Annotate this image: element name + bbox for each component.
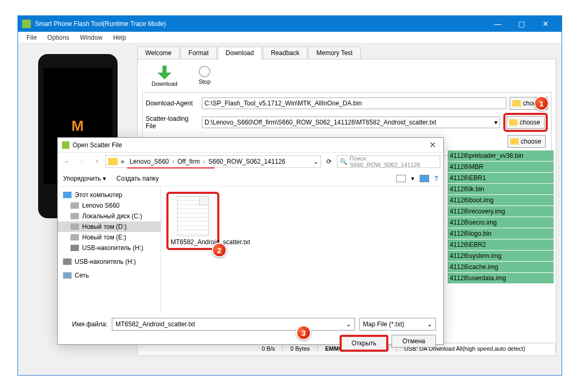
table-row[interactable]: 41126\EBR1 — [448, 173, 554, 184]
auth-choose-button[interactable]: choose — [508, 135, 546, 148]
tree-d-drive[interactable]: Новый том (D:) — [58, 221, 161, 232]
dialog-title: Open Scatter File — [73, 141, 122, 149]
view-options-button[interactable] — [396, 175, 406, 182]
network-icon — [63, 272, 72, 279]
highlight-1: choose — [503, 113, 548, 132]
window-title: Smart Phone Flash Tool(Runtime Trace Mod… — [35, 20, 166, 28]
table-row[interactable]: 41126\logo.bin — [448, 228, 554, 239]
table-row[interactable]: 41126\boot.img — [448, 195, 554, 206]
folder-tree: Этот компьютер Lenovo S660 Локальный дис… — [58, 186, 161, 313]
preview-pane-button[interactable] — [420, 175, 429, 182]
dialog-close-button[interactable]: ✕ — [426, 140, 439, 150]
dialog-icon — [62, 141, 69, 149]
download-button[interactable]: Download — [152, 66, 177, 87]
folder-icon — [510, 138, 519, 145]
tab-welcome[interactable]: Welcome — [137, 47, 180, 59]
titlebar: Smart Phone Flash Tool(Runtime Trace Mod… — [18, 16, 562, 32]
nav-back-button[interactable]: ← — [61, 155, 74, 168]
table-row[interactable]: 41126\userdata.img — [448, 273, 554, 284]
badge-3: 3 — [296, 325, 311, 340]
table-row[interactable]: 41126\lk.bin — [448, 184, 554, 195]
stop-button[interactable]: Stop — [199, 66, 211, 87]
tree-e-drive[interactable]: Новый том (E:) — [58, 232, 161, 243]
tab-format[interactable]: Format — [181, 47, 217, 59]
chevron-down-icon[interactable]: ▾ — [411, 175, 414, 182]
menu-help[interactable]: Help — [108, 33, 131, 42]
text-file-icon — [177, 196, 209, 236]
minimize-button[interactable]: — — [486, 16, 510, 32]
breadcrumb-seg-1[interactable]: Lenovo_S660 — [128, 158, 171, 165]
scatter-choose-button[interactable]: choose — [506, 116, 545, 129]
cancel-button[interactable]: Отмена — [392, 335, 436, 348]
organize-menu[interactable]: Упорядочить ▾ — [63, 175, 106, 182]
search-input[interactable]: 🔍 Поиск: S660_ROW_S062_141126 — [337, 155, 440, 168]
drive-icon — [70, 234, 79, 240]
table-row[interactable]: 41126\system.img — [448, 251, 554, 262]
close-button[interactable]: ✕ — [533, 16, 557, 32]
open-button[interactable]: Открыть — [340, 335, 388, 352]
app-icon — [22, 20, 31, 28]
menu-window[interactable]: Window — [75, 33, 108, 42]
file-item-scatter[interactable]: MT6582_Android_scatter.txt — [166, 192, 219, 250]
help-button[interactable]: ? — [434, 175, 438, 182]
scatter-label: Scatter-loading File — [146, 115, 199, 130]
breadcrumb[interactable]: « Lenovo_S660 › Off_firm › S660_ROW_S062… — [105, 155, 321, 168]
menu-options[interactable]: Options — [42, 33, 74, 42]
tab-readback[interactable]: Readback — [263, 47, 307, 59]
download-icon — [157, 66, 171, 79]
table-row[interactable]: 41126\MBR — [448, 162, 554, 173]
folder-icon — [512, 100, 521, 106]
dialog-toolbar: Упорядочить ▾ Создать папку ▾ ? — [58, 171, 443, 186]
filename-label: Имя файла: — [65, 320, 108, 328]
drive-icon — [70, 202, 79, 209]
nav-up-button[interactable]: ↑ — [91, 155, 103, 168]
da-input[interactable]: C:\SP_Flash_Tool_v5.1712_Win\MTK_AllInOn… — [202, 97, 506, 109]
table-row[interactable]: 41126\EBR2 — [448, 239, 554, 251]
highlight-underline — [127, 167, 215, 168]
tree-usb-1[interactable]: USB-накопитель (H:) — [58, 243, 161, 253]
filename-input[interactable]: MT6582_Android_scatter.txt⌄ — [112, 318, 355, 331]
tab-download[interactable]: Download — [218, 47, 262, 59]
table-row[interactable]: 41126\recovery.img — [448, 206, 554, 217]
nav-forward-button[interactable]: → — [76, 155, 88, 168]
filetype-select[interactable]: Map File (*.txt)⌄ — [359, 318, 436, 331]
dialog-navbar: ← → ↑ « Lenovo_S660 › Off_firm › S660_RO… — [58, 153, 443, 171]
dialog-titlebar: Open Scatter File ✕ — [58, 138, 443, 153]
da-label: Download-Agent — [146, 100, 199, 107]
maximize-button[interactable]: ▢ — [510, 16, 533, 32]
tree-this-pc[interactable]: Этот компьютер — [58, 190, 161, 200]
badge-2: 2 — [212, 243, 227, 257]
scatter-input[interactable]: D:\Lenovo_S660\Off_firm\S660_ROW_S062_14… — [202, 117, 500, 128]
tab-memory-test[interactable]: Memory Test — [308, 47, 360, 59]
table-row[interactable]: 41126\secro.img — [448, 217, 554, 228]
usb-icon — [63, 259, 72, 265]
table-row[interactable]: 41126\preloader_vv38.bin — [448, 150, 554, 162]
breadcrumb-seg-3[interactable]: S660_ROW_S062_141126 — [206, 158, 287, 165]
tree-lenovo[interactable]: Lenovo S660 — [58, 200, 161, 211]
table-row[interactable]: 41126\cache.img — [448, 262, 554, 273]
folder-icon — [509, 119, 518, 126]
tab-bar: Welcome Format Download Readback Memory … — [137, 47, 556, 59]
pc-icon — [63, 192, 72, 198]
dialog-footer: Имя файла: MT6582_Android_scatter.txt⌄ M… — [58, 313, 443, 357]
chevron-down-icon[interactable]: ⌄ — [313, 158, 318, 165]
breadcrumb-seg-2[interactable]: Off_firm — [175, 158, 202, 165]
tree-usb-2[interactable]: USB-накопитель (H:) — [58, 256, 161, 267]
usb-icon — [70, 245, 79, 251]
folder-icon — [108, 158, 118, 165]
refresh-button[interactable]: ⟳ — [323, 158, 335, 165]
drive-icon — [70, 213, 79, 219]
drive-icon — [70, 224, 79, 230]
file-name: MT6582_Android_scatter.txt — [171, 238, 215, 246]
tree-network[interactable]: Сеть — [58, 270, 161, 281]
files-pane[interactable]: MT6582_Android_scatter.txt 2 — [161, 186, 443, 313]
menubar: File Options Window Help — [18, 32, 562, 43]
partition-list: 41126\preloader_vv38.bin41126\MBR41126\E… — [448, 150, 554, 284]
menu-file[interactable]: File — [21, 33, 42, 42]
new-folder-button[interactable]: Создать папку — [117, 175, 159, 182]
badge-1: 1 — [534, 96, 549, 111]
open-file-dialog: Open Scatter File ✕ ← → ↑ « Lenovo_S660 … — [57, 137, 444, 345]
stop-icon — [199, 66, 210, 77]
search-icon: 🔍 — [340, 158, 348, 165]
tree-c-drive[interactable]: Локальный диск (C:) — [58, 211, 161, 221]
